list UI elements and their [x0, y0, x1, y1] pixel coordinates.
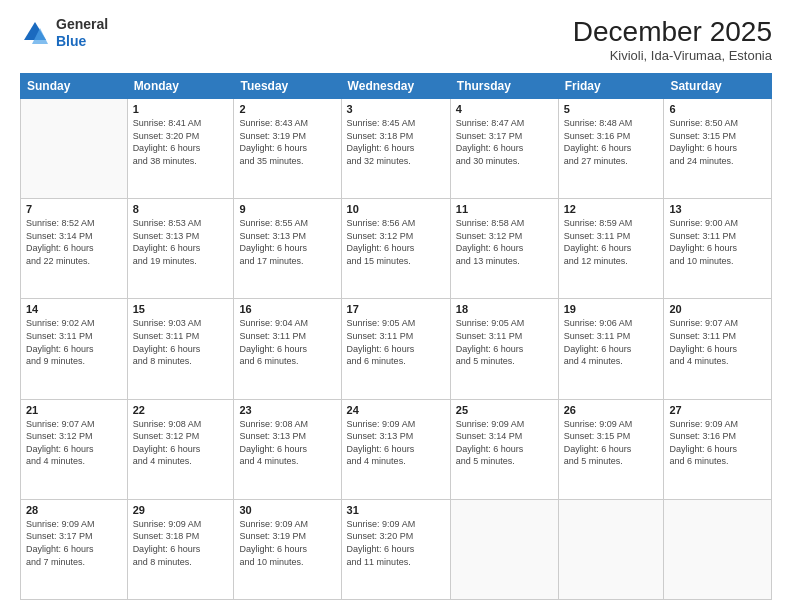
day-info: Sunrise: 9:04 AM Sunset: 3:11 PM Dayligh…: [239, 317, 335, 367]
day-info: Sunrise: 8:48 AM Sunset: 3:16 PM Dayligh…: [564, 117, 659, 167]
day-cell: 28Sunrise: 9:09 AM Sunset: 3:17 PM Dayli…: [21, 499, 128, 599]
day-cell: 30Sunrise: 9:09 AM Sunset: 3:19 PM Dayli…: [234, 499, 341, 599]
day-info: Sunrise: 9:09 AM Sunset: 3:13 PM Dayligh…: [347, 418, 445, 468]
day-cell: 6Sunrise: 8:50 AM Sunset: 3:15 PM Daylig…: [664, 99, 772, 199]
week-row-2: 14Sunrise: 9:02 AM Sunset: 3:11 PM Dayli…: [21, 299, 772, 399]
week-row-3: 21Sunrise: 9:07 AM Sunset: 3:12 PM Dayli…: [21, 399, 772, 499]
day-cell: 27Sunrise: 9:09 AM Sunset: 3:16 PM Dayli…: [664, 399, 772, 499]
day-number: 3: [347, 103, 445, 115]
day-number: 29: [133, 504, 229, 516]
calendar-header: SundayMondayTuesdayWednesdayThursdayFrid…: [21, 74, 772, 99]
day-number: 4: [456, 103, 553, 115]
day-cell: 8Sunrise: 8:53 AM Sunset: 3:13 PM Daylig…: [127, 199, 234, 299]
day-cell: 13Sunrise: 9:00 AM Sunset: 3:11 PM Dayli…: [664, 199, 772, 299]
day-number: 1: [133, 103, 229, 115]
day-info: Sunrise: 8:55 AM Sunset: 3:13 PM Dayligh…: [239, 217, 335, 267]
day-number: 17: [347, 303, 445, 315]
day-number: 10: [347, 203, 445, 215]
day-cell: 3Sunrise: 8:45 AM Sunset: 3:18 PM Daylig…: [341, 99, 450, 199]
day-info: Sunrise: 8:53 AM Sunset: 3:13 PM Dayligh…: [133, 217, 229, 267]
day-number: 13: [669, 203, 766, 215]
day-number: 9: [239, 203, 335, 215]
day-info: Sunrise: 9:07 AM Sunset: 3:12 PM Dayligh…: [26, 418, 122, 468]
day-number: 30: [239, 504, 335, 516]
day-cell: 12Sunrise: 8:59 AM Sunset: 3:11 PM Dayli…: [558, 199, 664, 299]
header-cell-tuesday: Tuesday: [234, 74, 341, 99]
day-cell: 29Sunrise: 9:09 AM Sunset: 3:18 PM Dayli…: [127, 499, 234, 599]
day-info: Sunrise: 9:07 AM Sunset: 3:11 PM Dayligh…: [669, 317, 766, 367]
day-number: 5: [564, 103, 659, 115]
day-cell: 25Sunrise: 9:09 AM Sunset: 3:14 PM Dayli…: [450, 399, 558, 499]
day-number: 31: [347, 504, 445, 516]
week-row-4: 28Sunrise: 9:09 AM Sunset: 3:17 PM Dayli…: [21, 499, 772, 599]
header-cell-wednesday: Wednesday: [341, 74, 450, 99]
day-number: 21: [26, 404, 122, 416]
day-cell: 15Sunrise: 9:03 AM Sunset: 3:11 PM Dayli…: [127, 299, 234, 399]
day-info: Sunrise: 8:58 AM Sunset: 3:12 PM Dayligh…: [456, 217, 553, 267]
day-info: Sunrise: 9:09 AM Sunset: 3:19 PM Dayligh…: [239, 518, 335, 568]
day-cell: 18Sunrise: 9:05 AM Sunset: 3:11 PM Dayli…: [450, 299, 558, 399]
calendar-table: SundayMondayTuesdayWednesdayThursdayFrid…: [20, 73, 772, 600]
day-number: 11: [456, 203, 553, 215]
day-info: Sunrise: 9:09 AM Sunset: 3:17 PM Dayligh…: [26, 518, 122, 568]
logo-blue: Blue: [56, 33, 86, 49]
day-info: Sunrise: 9:09 AM Sunset: 3:18 PM Dayligh…: [133, 518, 229, 568]
calendar-title: December 2025: [573, 16, 772, 48]
day-info: Sunrise: 8:56 AM Sunset: 3:12 PM Dayligh…: [347, 217, 445, 267]
day-number: 27: [669, 404, 766, 416]
day-info: Sunrise: 9:09 AM Sunset: 3:15 PM Dayligh…: [564, 418, 659, 468]
day-cell: [21, 99, 128, 199]
day-info: Sunrise: 8:47 AM Sunset: 3:17 PM Dayligh…: [456, 117, 553, 167]
day-cell: 16Sunrise: 9:04 AM Sunset: 3:11 PM Dayli…: [234, 299, 341, 399]
day-info: Sunrise: 9:09 AM Sunset: 3:16 PM Dayligh…: [669, 418, 766, 468]
day-info: Sunrise: 8:45 AM Sunset: 3:18 PM Dayligh…: [347, 117, 445, 167]
day-cell: 9Sunrise: 8:55 AM Sunset: 3:13 PM Daylig…: [234, 199, 341, 299]
week-row-1: 7Sunrise: 8:52 AM Sunset: 3:14 PM Daylig…: [21, 199, 772, 299]
day-number: 19: [564, 303, 659, 315]
day-cell: 1Sunrise: 8:41 AM Sunset: 3:20 PM Daylig…: [127, 99, 234, 199]
day-info: Sunrise: 9:09 AM Sunset: 3:14 PM Dayligh…: [456, 418, 553, 468]
day-info: Sunrise: 9:05 AM Sunset: 3:11 PM Dayligh…: [347, 317, 445, 367]
day-number: 16: [239, 303, 335, 315]
logo-text: General Blue: [56, 16, 108, 50]
day-cell: 14Sunrise: 9:02 AM Sunset: 3:11 PM Dayli…: [21, 299, 128, 399]
day-cell: 20Sunrise: 9:07 AM Sunset: 3:11 PM Dayli…: [664, 299, 772, 399]
day-cell: 24Sunrise: 9:09 AM Sunset: 3:13 PM Dayli…: [341, 399, 450, 499]
day-cell: 17Sunrise: 9:05 AM Sunset: 3:11 PM Dayli…: [341, 299, 450, 399]
day-cell: 21Sunrise: 9:07 AM Sunset: 3:12 PM Dayli…: [21, 399, 128, 499]
day-info: Sunrise: 9:09 AM Sunset: 3:20 PM Dayligh…: [347, 518, 445, 568]
day-number: 26: [564, 404, 659, 416]
day-cell: [558, 499, 664, 599]
header-cell-sunday: Sunday: [21, 74, 128, 99]
logo-icon: [20, 18, 50, 48]
day-cell: 22Sunrise: 9:08 AM Sunset: 3:12 PM Dayli…: [127, 399, 234, 499]
day-cell: 23Sunrise: 9:08 AM Sunset: 3:13 PM Dayli…: [234, 399, 341, 499]
day-cell: [450, 499, 558, 599]
week-row-0: 1Sunrise: 8:41 AM Sunset: 3:20 PM Daylig…: [21, 99, 772, 199]
title-block: December 2025 Kivioli, Ida-Virumaa, Esto…: [573, 16, 772, 63]
logo: General Blue: [20, 16, 108, 50]
day-number: 22: [133, 404, 229, 416]
day-info: Sunrise: 9:03 AM Sunset: 3:11 PM Dayligh…: [133, 317, 229, 367]
day-number: 2: [239, 103, 335, 115]
day-number: 6: [669, 103, 766, 115]
header-cell-monday: Monday: [127, 74, 234, 99]
day-number: 15: [133, 303, 229, 315]
day-number: 18: [456, 303, 553, 315]
header-row: SundayMondayTuesdayWednesdayThursdayFrid…: [21, 74, 772, 99]
day-info: Sunrise: 9:00 AM Sunset: 3:11 PM Dayligh…: [669, 217, 766, 267]
header-cell-friday: Friday: [558, 74, 664, 99]
day-info: Sunrise: 8:41 AM Sunset: 3:20 PM Dayligh…: [133, 117, 229, 167]
day-cell: 19Sunrise: 9:06 AM Sunset: 3:11 PM Dayli…: [558, 299, 664, 399]
day-cell: [664, 499, 772, 599]
day-number: 8: [133, 203, 229, 215]
day-cell: 4Sunrise: 8:47 AM Sunset: 3:17 PM Daylig…: [450, 99, 558, 199]
day-cell: 10Sunrise: 8:56 AM Sunset: 3:12 PM Dayli…: [341, 199, 450, 299]
calendar-body: 1Sunrise: 8:41 AM Sunset: 3:20 PM Daylig…: [21, 99, 772, 600]
day-info: Sunrise: 9:02 AM Sunset: 3:11 PM Dayligh…: [26, 317, 122, 367]
day-number: 28: [26, 504, 122, 516]
logo-general: General: [56, 16, 108, 32]
day-info: Sunrise: 9:08 AM Sunset: 3:12 PM Dayligh…: [133, 418, 229, 468]
day-cell: 5Sunrise: 8:48 AM Sunset: 3:16 PM Daylig…: [558, 99, 664, 199]
day-info: Sunrise: 9:06 AM Sunset: 3:11 PM Dayligh…: [564, 317, 659, 367]
